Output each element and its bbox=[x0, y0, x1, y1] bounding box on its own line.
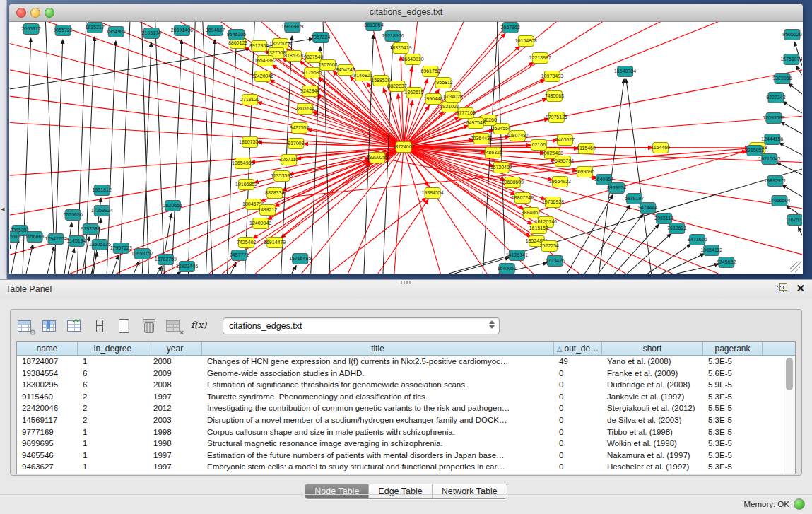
citation-edge[interactable] bbox=[789, 83, 802, 94]
citation-edge[interactable] bbox=[172, 40, 182, 274]
table-row[interactable]: 977716911998Corpus callosum shape and si… bbox=[17, 426, 795, 438]
table-row[interactable]: 1872400712008Changes of HCN gene express… bbox=[17, 356, 795, 368]
graph-node-label: 9427552 bbox=[290, 126, 309, 131]
collapse-arrow-icon[interactable]: ◀ bbox=[1, 206, 4, 212]
citation-edge[interactable] bbox=[228, 44, 237, 274]
split-panel-icon[interactable] bbox=[90, 317, 109, 335]
graph-node-label: 17359924 bbox=[91, 209, 113, 214]
scrollbar-thumb[interactable] bbox=[786, 358, 793, 390]
column-header-year[interactable]: year bbox=[148, 342, 202, 356]
collapsed-panel-strip[interactable]: ◀ bbox=[0, 0, 7, 279]
citation-edge[interactable] bbox=[47, 247, 54, 274]
citation-edge[interactable] bbox=[31, 22, 404, 147]
citation-edge[interactable] bbox=[404, 22, 534, 147]
column-header-name[interactable]: name bbox=[17, 342, 78, 356]
citation-edge[interactable] bbox=[107, 41, 116, 274]
citation-edge[interactable] bbox=[64, 223, 71, 274]
citation-edge[interactable] bbox=[68, 249, 74, 274]
sort-ascending-icon: △ bbox=[557, 345, 563, 353]
citation-edge[interactable] bbox=[662, 254, 705, 274]
graph-node-label: 1640057 bbox=[498, 267, 517, 271]
citation-edge[interactable] bbox=[130, 22, 404, 147]
graph-node-label: 16210643 bbox=[758, 157, 780, 162]
citation-edge[interactable] bbox=[292, 266, 297, 274]
column-header-short[interactable]: short bbox=[602, 342, 703, 356]
citation-edge[interactable] bbox=[141, 22, 148, 274]
graph-node-label: 2657862 bbox=[501, 25, 520, 30]
citation-edge[interactable] bbox=[155, 22, 164, 274]
citation-edge[interactable] bbox=[626, 79, 652, 274]
citation-edge[interactable] bbox=[85, 37, 95, 274]
graph-node-label: 2718120 bbox=[240, 98, 259, 103]
citation-edge[interactable] bbox=[311, 47, 321, 274]
table-row[interactable]: 2242004622012Investigating the contribut… bbox=[17, 402, 795, 414]
close-panel-icon[interactable]: ✕ bbox=[796, 283, 805, 293]
column-header-in_degree[interactable]: in_degree bbox=[78, 342, 148, 356]
show-columns-icon[interactable] bbox=[41, 317, 59, 335]
table-row[interactable]: 1938455462009Genome-wide association stu… bbox=[17, 368, 795, 380]
delete-table-icon[interactable]: × bbox=[165, 317, 183, 335]
table-row[interactable]: 946362711997Embryonic stem cells: a mode… bbox=[17, 461, 795, 473]
citation-edge[interactable] bbox=[392, 147, 404, 274]
table-row[interactable]: 946554611997Estimation of the future num… bbox=[17, 450, 795, 462]
column-header-out_de[interactable]: △out_de… bbox=[554, 342, 602, 356]
cell-title: Tourette syndrome. Phenomenology and cla… bbox=[202, 391, 554, 403]
citation-edge[interactable] bbox=[404, 22, 789, 147]
graph-node-label: 2522254 bbox=[540, 244, 559, 249]
citation-edge[interactable] bbox=[11, 238, 18, 274]
table-row[interactable]: 969969511998Structural magnetic resonanc… bbox=[17, 438, 795, 450]
table-selector-dropdown[interactable]: citations_edges.txt bbox=[223, 317, 500, 334]
resize-grip[interactable] bbox=[790, 262, 801, 272]
graph-node-label: 1990448 bbox=[423, 97, 442, 102]
node-table: namein_degreeyeartitle△out_de…shortpager… bbox=[16, 341, 796, 474]
citation-edge[interactable] bbox=[10, 147, 404, 220]
graph-node-label: 9505020 bbox=[782, 33, 801, 37]
citation-edge[interactable] bbox=[134, 261, 139, 274]
table-row[interactable]: 911546021997Tourette syndrome. Phenomeno… bbox=[17, 391, 795, 403]
graph-node-label: 8471626 bbox=[688, 238, 707, 243]
function-builder-icon[interactable] bbox=[189, 317, 211, 335]
graph-node-label: 18724007 bbox=[392, 145, 414, 150]
network-canvas[interactable]: 1872400718300295886012389129541822605893… bbox=[10, 22, 802, 274]
cell-pagerank: 5.3E-5 bbox=[703, 438, 763, 450]
graph-node-label: 8215953 bbox=[745, 148, 764, 153]
graph-node-label: 9055720 bbox=[53, 28, 72, 33]
table-row[interactable]: 1456911722003Disruption of a novel membe… bbox=[17, 414, 795, 426]
citation-edge[interactable] bbox=[782, 185, 802, 197]
citation-edge[interactable] bbox=[206, 40, 215, 274]
float-panel-icon[interactable] bbox=[777, 283, 787, 293]
network-window-titlebar[interactable]: citations_edges.txt bbox=[9, 4, 803, 22]
dropdown-arrows-icon bbox=[489, 320, 495, 329]
graph-node-label: 9245652 bbox=[717, 260, 736, 265]
graph-node-label: 16914479 bbox=[264, 240, 286, 245]
new-table-icon[interactable] bbox=[115, 317, 134, 335]
splitter-handle[interactable] bbox=[401, 281, 411, 284]
citation-edge[interactable] bbox=[336, 147, 404, 274]
citation-edge[interactable] bbox=[119, 22, 130, 274]
citation-edge[interactable] bbox=[268, 161, 370, 210]
citation-edge[interactable] bbox=[329, 198, 427, 274]
citation-network-graph[interactable]: 1872400718300295886012389129541822605893… bbox=[10, 22, 802, 274]
column-header-title[interactable]: title bbox=[202, 342, 554, 356]
citation-edge[interactable] bbox=[615, 224, 659, 274]
table-mode-icon[interactable]: ⚙ bbox=[16, 317, 35, 335]
create-column-icon[interactable]: ✔✔ bbox=[66, 317, 84, 335]
citation-edge[interactable] bbox=[501, 148, 750, 168]
graph-node-label: 18325419 bbox=[389, 46, 411, 51]
citation-edge[interactable] bbox=[112, 255, 119, 274]
citation-edge[interactable] bbox=[799, 227, 802, 235]
delete-column-icon[interactable] bbox=[140, 317, 158, 335]
citation-edge[interactable] bbox=[779, 143, 802, 155]
graph-node-label: 8454749 bbox=[336, 68, 355, 73]
cell-year: 1997 bbox=[148, 391, 202, 403]
graph-node-label: 16782759 bbox=[155, 257, 177, 262]
cell-in_degree: 2 bbox=[78, 402, 148, 414]
citation-edge[interactable] bbox=[157, 266, 161, 274]
cell-name: 22420046 bbox=[17, 402, 78, 414]
table-scrollbar[interactable] bbox=[784, 356, 795, 474]
citation-edge[interactable] bbox=[781, 122, 802, 134]
citation-edge[interactable] bbox=[567, 195, 613, 274]
table-row[interactable]: 1830029562008Estimation of significance … bbox=[17, 379, 795, 391]
column-header-pagerank[interactable]: pagerank bbox=[703, 342, 763, 356]
citation-edge[interactable] bbox=[782, 102, 802, 113]
